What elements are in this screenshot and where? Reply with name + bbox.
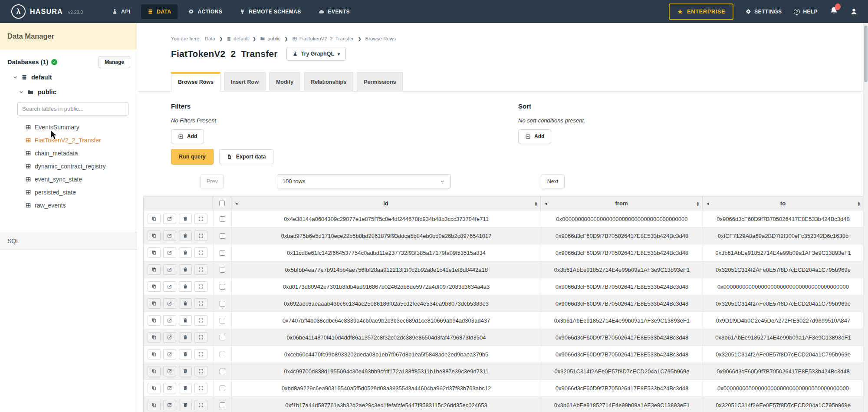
tab[interactable]: Relationships: [304, 72, 353, 92]
chevron-down-icon[interactable]: [19, 90, 23, 94]
clone-row-button[interactable]: [148, 315, 161, 326]
sidebar-table-item[interactable]: chain_metadata: [0, 147, 137, 160]
sidebar-table-item[interactable]: dynamic_contract_registry: [0, 160, 137, 173]
clone-row-button[interactable]: [148, 383, 161, 393]
sort-column-icon[interactable]: ▴▾: [858, 201, 860, 206]
notifications-button[interactable]: [830, 7, 838, 16]
nav-item-data[interactable]: DATA: [141, 4, 178, 19]
hasura-brand[interactable]: λ HASURA v2.23.0: [11, 4, 83, 19]
row-checkbox[interactable]: [220, 267, 225, 273]
delete-row-button[interactable]: [179, 383, 192, 393]
delete-row-button[interactable]: [179, 214, 192, 224]
user-icon[interactable]: [850, 8, 858, 15]
breadcrumb-default[interactable]: default: [227, 36, 249, 41]
breadcrumb-public[interactable]: public: [260, 36, 280, 41]
delete-row-button[interactable]: [179, 349, 192, 359]
delete-row-button[interactable]: [179, 264, 192, 275]
edit-row-button[interactable]: [163, 366, 176, 376]
delete-row-button[interactable]: [179, 298, 192, 309]
collapse-column-icon[interactable]: ◂: [545, 201, 547, 206]
enterprise-button[interactable]: ★ ENTERPRISE: [669, 3, 733, 20]
sidebar-sql-section[interactable]: SQL: [0, 232, 137, 250]
expand-row-button[interactable]: [194, 231, 207, 241]
row-checkbox[interactable]: [220, 318, 225, 323]
tab[interactable]: Modify: [269, 72, 300, 92]
collapse-column-icon[interactable]: ◂: [707, 201, 709, 206]
chevron-down-icon[interactable]: [13, 75, 17, 79]
export-data-button[interactable]: Export data: [219, 149, 273, 164]
row-checkbox[interactable]: [220, 386, 225, 391]
settings-button[interactable]: SETTINGS: [746, 9, 782, 15]
sidebar-table-item[interactable]: event_sync_state: [0, 173, 137, 186]
expand-row-button[interactable]: [194, 214, 207, 224]
clone-row-button[interactable]: [148, 332, 161, 343]
edit-row-button[interactable]: [163, 383, 176, 393]
tab[interactable]: Permissions: [357, 72, 403, 92]
clone-row-button[interactable]: [148, 366, 161, 376]
delete-row-button[interactable]: [179, 332, 192, 343]
row-checkbox[interactable]: [220, 250, 225, 256]
clone-row-button[interactable]: [148, 264, 161, 275]
row-checkbox[interactable]: [220, 284, 225, 290]
add-filter-button[interactable]: Add: [171, 129, 204, 143]
rows-per-page-select[interactable]: 100 rows: [277, 174, 450, 188]
scrollbar-thumb[interactable]: [864, 26, 868, 82]
delete-row-button[interactable]: [179, 247, 192, 258]
tree-item-database-default[interactable]: default: [0, 70, 137, 85]
row-checkbox[interactable]: [220, 301, 225, 307]
sidebar-table-item[interactable]: EventsSummary: [0, 121, 137, 134]
select-all-checkbox[interactable]: [219, 201, 225, 206]
help-button[interactable]: ? HELP: [794, 9, 818, 15]
sidebar-table-item[interactable]: persisted_state: [0, 186, 137, 199]
breadcrumb-browse-rows[interactable]: Browse Rows: [365, 36, 396, 41]
edit-row-button[interactable]: [163, 349, 176, 359]
nav-item-api[interactable]: API: [105, 4, 137, 19]
edit-row-button[interactable]: [163, 298, 176, 309]
row-checkbox[interactable]: [220, 216, 225, 222]
try-graphql-button[interactable]: Try GraphQL ▾: [286, 47, 346, 61]
row-checkbox[interactable]: [220, 233, 225, 239]
expand-row-button[interactable]: [194, 349, 207, 359]
expand-row-button[interactable]: [194, 400, 207, 410]
sort-column-icon[interactable]: ▴▾: [535, 201, 537, 206]
expand-row-button[interactable]: [194, 298, 207, 309]
delete-row-button[interactable]: [179, 315, 192, 326]
breadcrumb-table[interactable]: FiatTokenV2_2_Transfer: [292, 36, 354, 41]
edit-row-button[interactable]: [163, 214, 176, 224]
clone-row-button[interactable]: [148, 298, 161, 309]
vertical-scrollbar[interactable]: [863, 23, 868, 412]
expand-row-button[interactable]: [194, 366, 207, 376]
edit-row-button[interactable]: [163, 332, 176, 343]
tree-item-schema-public[interactable]: public: [0, 85, 137, 99]
tab[interactable]: Browse Rows: [171, 72, 220, 92]
nav-item-actions[interactable]: ACTIONS: [182, 4, 229, 19]
clone-row-button[interactable]: [148, 281, 161, 292]
clone-row-button[interactable]: [148, 214, 161, 224]
edit-row-button[interactable]: [163, 400, 176, 410]
expand-row-button[interactable]: [194, 281, 207, 292]
edit-row-button[interactable]: [163, 315, 176, 326]
edit-row-button[interactable]: [163, 231, 176, 241]
expand-row-button[interactable]: [194, 247, 207, 258]
tab[interactable]: Insert Row: [224, 72, 266, 92]
expand-row-button[interactable]: [194, 315, 207, 326]
clone-row-button[interactable]: [148, 247, 161, 258]
sidebar-table-item[interactable]: raw_events: [0, 199, 137, 212]
clone-row-button[interactable]: [148, 231, 161, 241]
prev-page-button[interactable]: Prev: [201, 175, 224, 188]
delete-row-button[interactable]: [179, 366, 192, 376]
row-checkbox[interactable]: [220, 369, 225, 374]
expand-row-button[interactable]: [194, 383, 207, 393]
expand-row-button[interactable]: [194, 332, 207, 343]
edit-row-button[interactable]: [163, 247, 176, 258]
run-query-button[interactable]: Run query: [171, 149, 214, 165]
clone-row-button[interactable]: [148, 349, 161, 359]
add-sort-button[interactable]: Add: [518, 129, 551, 143]
collapse-column-icon[interactable]: ◂: [235, 201, 237, 206]
clone-row-button[interactable]: [148, 400, 161, 410]
manage-button[interactable]: Manage: [99, 56, 130, 68]
edit-row-button[interactable]: [163, 264, 176, 275]
row-checkbox[interactable]: [220, 335, 225, 340]
delete-row-button[interactable]: [179, 281, 192, 292]
row-checkbox[interactable]: [220, 402, 225, 408]
